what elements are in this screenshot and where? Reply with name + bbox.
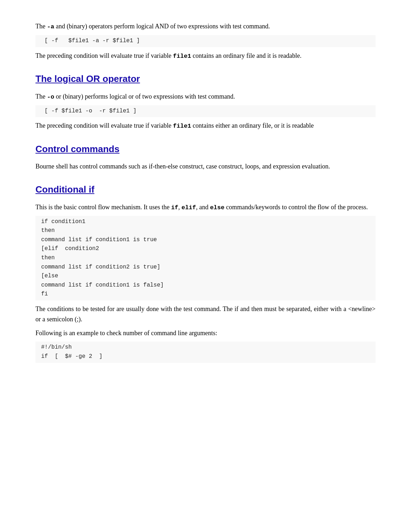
control-section: Control commands Bourne shell has contro… (35, 142, 376, 172)
cond-kw-if: if (171, 204, 178, 211)
intro-para2-pre: The preceding condition will evaluate tr… (35, 52, 173, 59)
conditional-para3: Following is an example to check number … (35, 328, 376, 338)
intro-para1: The -a and (binary) operators perform lo… (35, 21, 376, 32)
or-section: The logical OR operator The -o or (binar… (35, 72, 376, 131)
conditional-section: Conditional if This is the basic control… (35, 182, 376, 363)
intro-file1: file1 (173, 53, 191, 60)
or-para1-pre: The (35, 93, 47, 100)
control-heading[interactable]: Control commands (35, 142, 376, 157)
or-para1-mid: or (binary) performs logical or of two e… (54, 93, 235, 100)
intro-text-mid: and (binary) operators perform logical A… (54, 23, 270, 30)
or-para2-pre: The preceding condition will evaluate tr… (35, 122, 173, 129)
cond-kw-elif: elif (182, 204, 196, 211)
or-para1: The -o or (binary) performs logical or o… (35, 92, 376, 102)
intro-para2: The preceding condition will evaluate tr… (35, 51, 376, 61)
cond-comma2: , and (196, 204, 210, 211)
or-para2: The preceding condition will evaluate tr… (35, 121, 376, 131)
cond-kw-else: else (210, 204, 224, 211)
intro-section: The -a and (binary) operators perform lo… (35, 21, 376, 61)
or-code1: [ -f $file1 -o -r $file1 ] (35, 105, 376, 117)
intro-para2-end: contains an ordinary file and it is read… (191, 52, 301, 59)
cond-para1-end: commands/keywords to control the flow of… (224, 204, 368, 211)
conditional-para1: This is the basic control flow mechanism… (35, 202, 376, 212)
cond-para1-pre: This is the basic control flow mechanism… (35, 204, 171, 211)
or-flag-o: -o (47, 94, 54, 100)
or-file1: file1 (173, 123, 191, 129)
conditional-code-block: if condition1 then command list if condi… (35, 216, 376, 300)
cond-comma1: , (178, 204, 182, 211)
intro-code1: [ -f $file1 -a -r $file1 ] (35, 35, 376, 47)
or-heading[interactable]: The logical OR operator (35, 72, 376, 87)
conditional-heading[interactable]: Conditional if (35, 182, 376, 197)
conditional-code-block2: #!/bin/sh if [ $# -ge 2 ] (35, 342, 376, 362)
intro-flag-a: -a (47, 23, 54, 30)
conditional-para2: The conditions to be tested for are usua… (35, 304, 376, 325)
control-para1: Bourne shell has control commands such a… (35, 161, 376, 172)
or-para2-end: contains either an ordinary file, or it … (191, 122, 314, 129)
intro-text-pre: The (35, 23, 47, 30)
